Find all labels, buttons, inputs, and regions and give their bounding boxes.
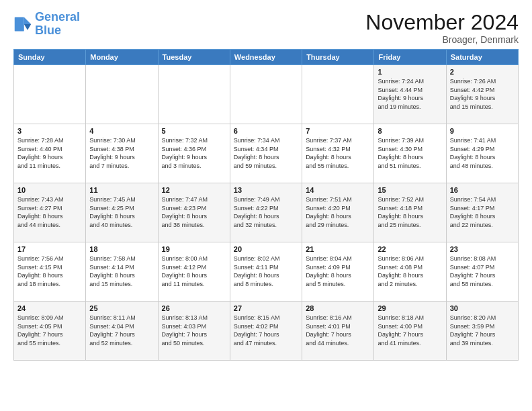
day-cell: 2Sunrise: 7:26 AM Sunset: 4:42 PM Daylig… [446,65,518,124]
col-friday: Friday [374,50,446,65]
day-info: Sunrise: 7:37 AM Sunset: 4:32 PM Dayligh… [306,136,370,170]
day-cell: 27Sunrise: 8:15 AM Sunset: 4:02 PM Dayli… [230,302,302,361]
day-cell: 26Sunrise: 8:13 AM Sunset: 4:03 PM Dayli… [158,302,230,361]
week-row-5: 24Sunrise: 8:09 AM Sunset: 4:05 PM Dayli… [14,302,519,361]
location: Broager, Denmark [365,34,519,45]
day-info: Sunrise: 7:49 AM Sunset: 4:22 PM Dayligh… [234,195,298,229]
calendar: Sunday Monday Tuesday Wednesday Thursday… [13,49,519,361]
day-number: 21 [306,245,370,253]
day-number: 18 [89,245,154,253]
day-number: 26 [162,304,226,312]
day-cell: 15Sunrise: 7:52 AM Sunset: 4:18 PM Dayli… [374,183,446,242]
day-number: 16 [450,186,515,194]
logo-line2: Blue [35,24,61,37]
day-number: 6 [234,127,298,135]
day-cell: 17Sunrise: 7:56 AM Sunset: 4:15 PM Dayli… [14,242,86,302]
day-number: 29 [378,304,442,312]
col-saturday: Saturday [446,50,518,65]
day-cell: 16Sunrise: 7:54 AM Sunset: 4:17 PM Dayli… [446,183,518,242]
day-number: 20 [234,245,298,253]
day-cell: 3Sunrise: 7:28 AM Sunset: 4:40 PM Daylig… [14,124,86,183]
svg-marker-0 [24,17,32,24]
day-cell: 10Sunrise: 7:43 AM Sunset: 4:27 PM Dayli… [14,183,86,242]
day-cell: 25Sunrise: 8:11 AM Sunset: 4:04 PM Dayli… [86,302,158,361]
day-info: Sunrise: 7:30 AM Sunset: 4:38 PM Dayligh… [89,136,154,170]
col-monday: Monday [86,50,158,65]
day-info: Sunrise: 7:56 AM Sunset: 4:15 PM Dayligh… [17,255,82,288]
day-number: 7 [306,127,370,135]
day-cell [302,65,374,124]
day-info: Sunrise: 7:54 AM Sunset: 4:17 PM Dayligh… [450,195,515,229]
day-info: Sunrise: 7:52 AM Sunset: 4:18 PM Dayligh… [378,195,442,229]
day-cell: 24Sunrise: 8:09 AM Sunset: 4:05 PM Dayli… [14,302,86,361]
day-cell: 18Sunrise: 7:58 AM Sunset: 4:14 PM Dayli… [86,242,158,302]
day-cell: 14Sunrise: 7:51 AM Sunset: 4:20 PM Dayli… [302,183,374,242]
day-cell: 29Sunrise: 8:18 AM Sunset: 4:00 PM Dayli… [374,302,446,361]
day-cell: 11Sunrise: 7:45 AM Sunset: 4:25 PM Dayli… [86,183,158,242]
day-info: Sunrise: 7:47 AM Sunset: 4:23 PM Dayligh… [162,195,226,229]
day-number: 13 [234,186,298,194]
day-number: 8 [378,127,442,135]
week-row-4: 17Sunrise: 7:56 AM Sunset: 4:15 PM Dayli… [14,242,519,302]
day-info: Sunrise: 7:34 AM Sunset: 4:34 PM Dayligh… [234,136,298,170]
day-number: 28 [306,304,370,312]
day-info: Sunrise: 7:24 AM Sunset: 4:44 PM Dayligh… [378,77,442,111]
day-cell: 6Sunrise: 7:34 AM Sunset: 4:34 PM Daylig… [230,124,302,183]
day-number: 3 [17,127,82,135]
col-wednesday: Wednesday [230,50,302,65]
day-cell: 20Sunrise: 8:02 AM Sunset: 4:11 PM Dayli… [230,242,302,302]
day-info: Sunrise: 8:16 AM Sunset: 4:01 PM Dayligh… [306,314,370,347]
day-info: Sunrise: 8:09 AM Sunset: 4:05 PM Dayligh… [17,314,82,347]
logo-line1: General [35,10,80,24]
day-number: 15 [378,186,442,194]
day-info: Sunrise: 8:06 AM Sunset: 4:08 PM Dayligh… [378,255,442,288]
day-number: 27 [234,304,298,312]
logo-text: General Blue [35,11,80,38]
svg-marker-1 [24,24,32,30]
day-info: Sunrise: 8:18 AM Sunset: 4:00 PM Dayligh… [378,314,442,347]
day-cell: 30Sunrise: 8:20 AM Sunset: 3:59 PM Dayli… [446,302,518,361]
header: General Blue November 2024 Broager, Denm… [13,11,519,45]
logo: General Blue [13,11,80,38]
day-number: 24 [17,304,82,312]
day-info: Sunrise: 7:39 AM Sunset: 4:30 PM Dayligh… [378,136,442,170]
day-cell [230,65,302,124]
calendar-body: 1Sunrise: 7:24 AM Sunset: 4:44 PM Daylig… [14,65,519,361]
day-cell: 4Sunrise: 7:30 AM Sunset: 4:38 PM Daylig… [86,124,158,183]
header-row: Sunday Monday Tuesday Wednesday Thursday… [14,50,519,65]
day-cell: 5Sunrise: 7:32 AM Sunset: 4:36 PM Daylig… [158,124,230,183]
day-info: Sunrise: 7:26 AM Sunset: 4:42 PM Dayligh… [450,77,515,111]
day-cell: 19Sunrise: 8:00 AM Sunset: 4:12 PM Dayli… [158,242,230,302]
day-number: 11 [89,186,154,194]
day-number: 17 [17,245,82,253]
day-info: Sunrise: 7:51 AM Sunset: 4:20 PM Dayligh… [306,195,370,229]
day-info: Sunrise: 7:58 AM Sunset: 4:14 PM Dayligh… [89,255,154,288]
day-number: 5 [162,127,226,135]
day-cell [14,65,86,124]
day-number: 25 [89,304,154,312]
day-number: 10 [17,186,82,194]
day-cell: 1Sunrise: 7:24 AM Sunset: 4:44 PM Daylig… [374,65,446,124]
day-number: 9 [450,127,515,135]
day-cell: 21Sunrise: 8:04 AM Sunset: 4:09 PM Dayli… [302,242,374,302]
day-info: Sunrise: 8:04 AM Sunset: 4:09 PM Dayligh… [306,255,370,288]
day-cell: 28Sunrise: 8:16 AM Sunset: 4:01 PM Dayli… [302,302,374,361]
day-number: 1 [378,68,442,76]
day-cell: 9Sunrise: 7:41 AM Sunset: 4:29 PM Daylig… [446,124,518,183]
day-info: Sunrise: 8:20 AM Sunset: 3:59 PM Dayligh… [450,314,515,347]
day-cell: 8Sunrise: 7:39 AM Sunset: 4:30 PM Daylig… [374,124,446,183]
day-number: 19 [162,245,226,253]
col-thursday: Thursday [302,50,374,65]
title-block: November 2024 Broager, Denmark [365,11,519,45]
day-info: Sunrise: 7:28 AM Sunset: 4:40 PM Dayligh… [17,136,82,170]
col-tuesday: Tuesday [158,50,230,65]
day-number: 22 [378,245,442,253]
page: General Blue November 2024 Broager, Denm… [0,0,532,411]
logo-icon [13,15,32,34]
col-sunday: Sunday [14,50,86,65]
day-number: 30 [450,304,515,312]
week-row-2: 3Sunrise: 7:28 AM Sunset: 4:40 PM Daylig… [14,124,519,183]
day-cell: 12Sunrise: 7:47 AM Sunset: 4:23 PM Dayli… [158,183,230,242]
day-info: Sunrise: 8:02 AM Sunset: 4:11 PM Dayligh… [234,255,298,288]
day-info: Sunrise: 8:08 AM Sunset: 4:07 PM Dayligh… [450,255,515,288]
